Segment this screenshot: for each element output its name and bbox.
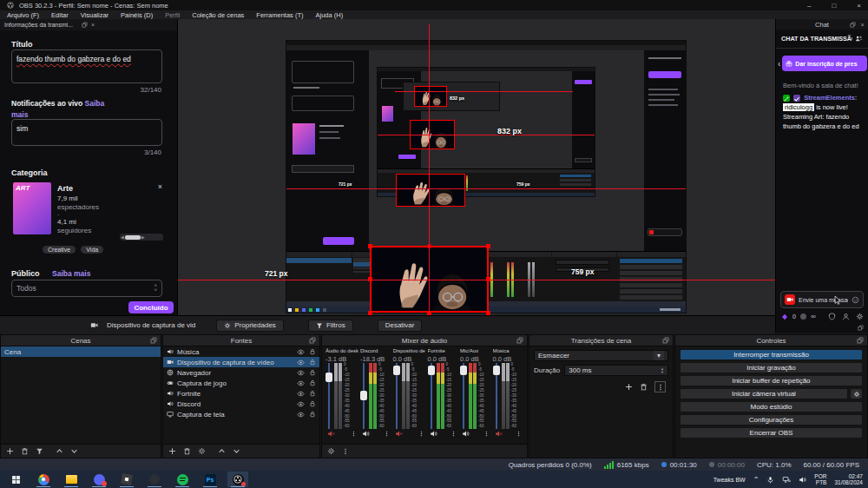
move-scene-down-icon[interactable] <box>70 447 78 455</box>
lock-icon[interactable] <box>309 359 316 366</box>
resize-handle-bottom-right[interactable] <box>486 311 490 315</box>
move-source-up-icon[interactable] <box>218 447 226 455</box>
popout-icon[interactable] <box>858 325 864 331</box>
lock-icon[interactable] <box>309 400 316 407</box>
tray-app-label[interactable]: Tweaks BW <box>713 477 746 483</box>
scene-filters-icon[interactable] <box>36 447 43 455</box>
taskbar-obs-icon[interactable] <box>227 472 248 487</box>
lock-icon[interactable] <box>309 411 316 418</box>
mute-icon[interactable] <box>327 430 335 438</box>
tag-creative[interactable]: Creative <box>43 246 76 254</box>
menu-visualizar[interactable]: Visualizar <box>81 11 108 19</box>
exit-obs-button[interactable]: Encerrar OBS <box>680 427 863 439</box>
volume-slider[interactable] <box>460 363 468 429</box>
chat-author[interactable]: StreamElements <box>804 94 855 102</box>
source-item-captura-de-jogo[interactable]: Captura de jogo <box>163 378 319 388</box>
users-icon[interactable] <box>855 35 863 43</box>
virtual-camera-settings-button[interactable] <box>850 388 863 399</box>
channel-menu-kebab-icon[interactable] <box>516 431 522 437</box>
start-button[interactable] <box>5 472 26 487</box>
popout-icon[interactable] <box>662 337 669 344</box>
source-item-captura-de-tela[interactable]: Captura de tela <box>163 409 319 419</box>
resize-handle-bottom-left[interactable] <box>368 311 372 315</box>
remove-source-icon[interactable] <box>183 447 191 455</box>
sources-panel-header[interactable]: Fontes <box>163 335 319 346</box>
resize-handle-bottom-center[interactable] <box>427 311 431 315</box>
minimize-button[interactable]: – <box>807 2 811 10</box>
dock-close-icon[interactable]: × <box>91 22 95 28</box>
volume-slider[interactable] <box>393 363 401 429</box>
resize-handle-mid-left[interactable] <box>368 277 372 281</box>
source-item-musica[interactable]: Música <box>163 346 319 357</box>
source-item-dispositivo-captura-video[interactable]: Dispositivo de captura de vídeo <box>163 357 319 367</box>
menu-ajuda[interactable]: Ajuda (H) <box>316 11 344 19</box>
scene-item-cena[interactable]: Cena <box>1 346 161 357</box>
lock-icon[interactable] <box>309 379 316 386</box>
channel-menu-kebab-icon[interactable] <box>351 431 357 437</box>
scroll-left-icon[interactable]: ◀ <box>121 234 124 240</box>
remove-transition-icon[interactable] <box>640 383 648 391</box>
start-recording-button[interactable]: Iniciar gravação <box>680 362 863 373</box>
taskbar-roblox-icon[interactable] <box>116 472 137 487</box>
transition-menu-button[interactable] <box>654 381 666 392</box>
infinity-icon[interactable]: ∞ <box>811 313 816 320</box>
channel-menu-kebab-icon[interactable] <box>450 431 457 437</box>
rotate-handle-top-center[interactable] <box>427 244 431 248</box>
emote-icon[interactable] <box>852 296 859 304</box>
dock-close-icon[interactable]: × <box>861 21 865 29</box>
settings-button[interactable]: Configurações <box>680 414 863 425</box>
category-scrollbar[interactable]: ◀▶ <box>120 234 163 241</box>
volume-slider[interactable] <box>493 363 501 429</box>
taskbar-spotify-icon[interactable] <box>172 472 193 487</box>
channel-menu-kebab-icon[interactable] <box>418 431 424 437</box>
volume-slider[interactable] <box>428 363 436 429</box>
user-icon[interactable] <box>842 313 850 320</box>
menu-ferramentas[interactable]: Ferramentas (T) <box>256 11 303 19</box>
resize-handle-top-left[interactable] <box>368 244 372 248</box>
notification-field[interactable]: sim <box>11 119 162 146</box>
spinbox-stepper-icon[interactable]: ▲▼ <box>661 367 664 374</box>
lock-icon[interactable] <box>309 390 316 397</box>
chat-input[interactable]: Envie uma mensagem <box>780 291 864 308</box>
popout-icon[interactable] <box>150 337 157 344</box>
stop-streaming-button[interactable]: Interromper transmissão <box>680 349 863 360</box>
visibility-eye-icon[interactable] <box>297 359 305 366</box>
add-transition-icon[interactable] <box>625 383 633 391</box>
menu-paineis[interactable]: Painéis (D) <box>121 11 153 19</box>
scroll-right-icon[interactable]: ▶ <box>141 234 145 240</box>
menu-arquivo[interactable]: Arquivo (F) <box>7 11 39 19</box>
shield-icon[interactable] <box>828 313 836 320</box>
visibility-eye-icon[interactable] <box>297 411 305 419</box>
mixer-menu-kebab-icon[interactable] <box>342 448 349 455</box>
stream-title-field[interactable]: fazendo thumb do gabzera e do ed <box>11 49 162 83</box>
mute-icon[interactable] <box>495 430 503 438</box>
scenes-panel-header[interactable]: Cenas <box>1 335 161 346</box>
move-source-down-icon[interactable] <box>233 447 240 455</box>
lock-icon[interactable] <box>309 348 316 355</box>
close-button[interactable]: × <box>857 2 861 10</box>
filters-button[interactable]: Filtros <box>308 320 353 332</box>
popout-icon[interactable] <box>516 337 523 344</box>
source-item-discord[interactable]: Discord <box>163 399 319 409</box>
source-item-navegador[interactable]: Navegador <box>163 367 319 378</box>
speaker-icon[interactable] <box>462 430 470 438</box>
speaker-icon[interactable] <box>362 430 370 438</box>
lock-icon[interactable] <box>309 369 316 376</box>
coin-icon[interactable] <box>800 313 806 320</box>
properties-button[interactable]: Propriedades <box>216 320 284 332</box>
taskbar-explorer-icon[interactable] <box>61 472 82 487</box>
collapse-chevron-icon[interactable]: ‹ <box>778 59 780 69</box>
audience-select[interactable]: Todos ˄˅ <box>11 280 162 297</box>
channel-menu-kebab-icon[interactable] <box>384 431 390 437</box>
mute-icon[interactable] <box>395 430 403 438</box>
source-item-fortnite[interactable]: Fortnite <box>163 388 319 399</box>
menu-perfil[interactable]: Perfil <box>165 11 180 19</box>
volume-slider[interactable] <box>326 363 333 429</box>
channel-menu-kebab-icon[interactable] <box>483 431 490 437</box>
audience-learn-more-link[interactable]: Saiba mais <box>52 269 90 278</box>
maximize-button[interactable]: □ <box>832 2 836 10</box>
volume-icon[interactable] <box>799 476 806 484</box>
volume-slider[interactable] <box>360 363 368 429</box>
taskbar-photoshop-icon[interactable]: Ps <box>200 472 220 487</box>
resize-handle-top-right[interactable] <box>486 244 490 248</box>
